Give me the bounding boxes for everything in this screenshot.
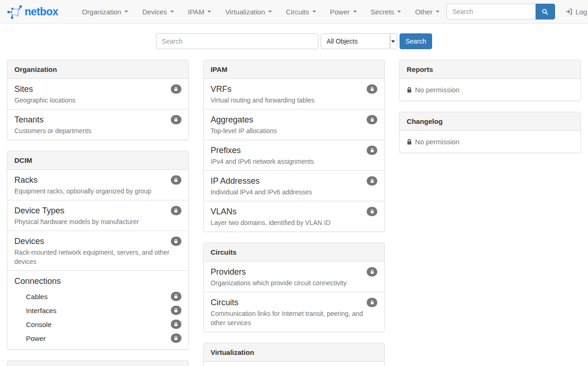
nav-menu-label: Other — [415, 8, 433, 16]
item-title: Circuits — [211, 297, 378, 308]
lock-icon — [370, 178, 375, 184]
select-divider — [390, 34, 390, 48]
caret-down-icon — [353, 11, 357, 13]
panel-power: Power — [7, 360, 189, 366]
lock-badge — [367, 298, 377, 307]
lock-icon — [174, 238, 178, 244]
panel-body: VRFs Virtual routing and forwarding tabl… — [204, 79, 385, 231]
item-description: Equipment racks, optionally organized by… — [14, 186, 181, 196]
lock-badge — [367, 176, 377, 186]
navbar-search-input[interactable] — [446, 4, 536, 19]
caret-down-icon — [124, 11, 128, 13]
panel-body: Clusters — [204, 362, 385, 366]
item-title: Sites — [14, 83, 181, 95]
nav-menu-item-power[interactable]: Power — [323, 0, 364, 23]
item-description: Geographic locations — [14, 96, 181, 105]
item-title: Devices — [14, 236, 181, 247]
item-description: Physical hardware models by manufacturer — [14, 217, 181, 226]
panel-title: Changelog — [400, 112, 581, 131]
panel-title: Organization — [7, 60, 188, 79]
sign-in-icon — [565, 8, 573, 15]
main-menu: Organization Devices IPAM Virtualization… — [75, 0, 446, 23]
lock-badge — [171, 334, 181, 343]
list-item-racks: Racks Equipment racks, optionally organi… — [7, 170, 188, 200]
item-title: VLANs — [211, 206, 378, 217]
item-description: Organizations which provide circuit conn… — [211, 278, 378, 288]
list-item-providers: Providers Organizations which provide ci… — [204, 262, 385, 292]
panel-title: Reports — [400, 60, 581, 79]
sub-list-item-console: Console — [14, 317, 181, 331]
panel-body: Racks Equipment racks, optionally organi… — [7, 170, 188, 349]
item-description: Top-level IP allocations — [211, 126, 378, 135]
lock-icon — [370, 148, 375, 153]
lock-badge — [367, 115, 377, 124]
list-item-clusters: Clusters — [204, 362, 385, 366]
list-item-ip-addresses: IP Addresses Individual IPv4 and IPv6 ad… — [204, 170, 385, 201]
global-search-input[interactable] — [156, 33, 318, 49]
item-title: Providers — [211, 266, 378, 277]
netbox-brand[interactable]: netbox — [7, 5, 58, 19]
no-permission-row: No permission — [400, 79, 581, 101]
sub-list-item-power: Power — [14, 331, 181, 345]
sub-list-item-cables: Cables — [14, 289, 181, 303]
list-item-aggregates: Aggregates Top-level IP allocations — [204, 109, 385, 140]
no-permission-row: No permission — [400, 131, 581, 153]
sub-item-label: Power — [26, 334, 46, 342]
nav-menu-item-other[interactable]: Other — [408, 0, 446, 23]
panel-title: Circuits — [204, 243, 385, 262]
lock-icon — [370, 86, 375, 92]
item-description: Rack-mounted network equipment, servers,… — [14, 248, 181, 266]
list-item-sites: Sites Geographic locations — [7, 79, 188, 109]
nav-menu-item-virtualization[interactable]: Virtualization — [218, 0, 279, 23]
lock-badge — [171, 237, 181, 246]
login-link[interactable]: Log in — [565, 8, 588, 16]
panel-ipam: IPAM VRFs Virtual routing and forwarding… — [203, 60, 385, 232]
item-title: IP Addresses — [211, 175, 378, 186]
sub-item-label: Cables — [26, 293, 48, 301]
object-type-selected-value: All Objects — [327, 38, 358, 45]
panel-organization: Organization Sites Geographic locations … — [7, 60, 189, 140]
panel-body: No permission — [400, 79, 581, 101]
nav-menu-item-circuits[interactable]: Circuits — [279, 0, 323, 23]
navbar-search-button[interactable] — [536, 4, 555, 19]
lock-icon — [174, 294, 178, 299]
list-item-tenants: Tenants Customers or departments — [7, 109, 188, 140]
lock-icon — [370, 300, 375, 305]
nav-menu-item-secrets[interactable]: Secrets — [364, 0, 408, 23]
panel-reports: Reports No permission — [399, 60, 581, 101]
item-title: Racks — [14, 174, 181, 186]
panel-title: Virtualization — [204, 343, 385, 362]
nav-menu-item-ipam[interactable]: IPAM — [181, 0, 219, 23]
nav-menu-label: Devices — [142, 8, 167, 16]
lock-icon — [174, 117, 178, 122]
item-description: Customers or departments — [14, 126, 181, 135]
item-title: Tenants — [14, 114, 181, 125]
lock-badge — [171, 306, 181, 315]
caret-down-icon — [397, 11, 401, 13]
column-left: Organization Sites Geographic locations … — [7, 60, 189, 366]
lock-icon — [174, 177, 178, 183]
panel-title: IPAM — [204, 60, 385, 79]
lock-badge — [367, 84, 377, 94]
lock-badge — [171, 320, 181, 329]
caret-down-icon — [268, 11, 272, 13]
lock-icon — [370, 117, 375, 122]
lock-icon — [174, 86, 178, 92]
login-label: Log in — [575, 8, 588, 16]
lock-icon — [370, 209, 375, 214]
nav-menu-item-organization[interactable]: Organization — [75, 0, 135, 23]
sub-list: Cables Interfaces Console Power — [14, 289, 181, 345]
panel-virtualization: Virtualization Clusters — [203, 343, 385, 366]
object-type-select[interactable]: All Objects — [321, 33, 397, 49]
item-title: Aggregates — [211, 114, 378, 125]
lock-icon — [174, 335, 178, 341]
panel-title: DCIM — [7, 151, 188, 170]
nav-menu-label: IPAM — [188, 8, 205, 16]
list-item-vlans: VLANs Layer two domains, identified by V… — [204, 201, 385, 231]
navbar-search-group — [446, 4, 555, 19]
lock-badge — [171, 206, 181, 215]
nav-menu-item-devices[interactable]: Devices — [135, 0, 181, 23]
global-search-form: All Objects Search — [7, 33, 581, 49]
dashboard-grid: Organization Sites Geographic locations … — [0, 60, 588, 366]
global-search-button[interactable]: Search — [400, 33, 432, 49]
